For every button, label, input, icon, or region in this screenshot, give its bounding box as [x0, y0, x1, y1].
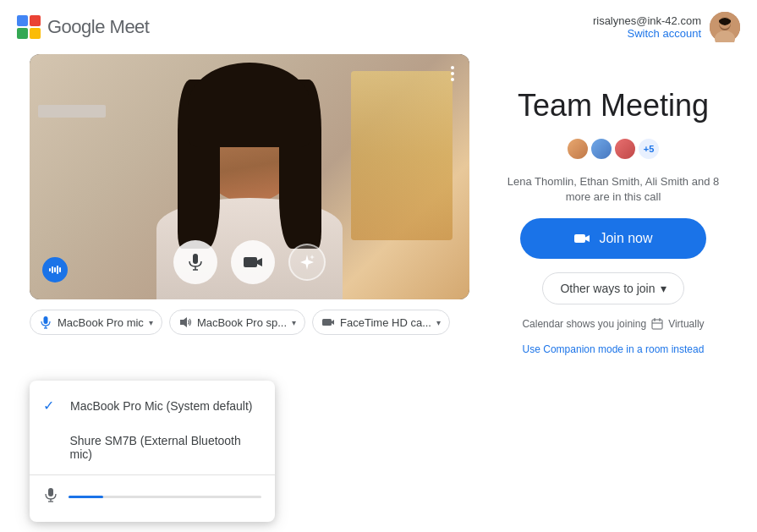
svg-rect-17: [44, 316, 48, 324]
account-area: risalynes@ink-42.com Switch account: [593, 12, 740, 42]
mic-level-icon: [43, 487, 58, 507]
sparkle-icon: [299, 254, 315, 271]
device-toolbar: MacBook Pro mic ▾ MacBook Pro sp... ▾ Fa…: [30, 310, 469, 335]
sound-wave-indicator: [42, 257, 68, 282]
google-logo-icon: [17, 15, 41, 39]
svg-rect-11: [57, 266, 58, 274]
camera-toggle-button[interactable]: [231, 240, 275, 284]
camera-icon: [243, 253, 263, 271]
other-ways-chevron-icon: ▾: [661, 282, 666, 295]
svg-rect-21: [322, 319, 332, 326]
microphone-device-button[interactable]: MacBook Pro mic ▾: [30, 310, 162, 335]
calendar-icon: [651, 318, 663, 330]
video-controls: [173, 240, 326, 284]
participant-count-badge: +5: [637, 137, 661, 161]
calendar-info: Calendar shows you joining Virtually: [522, 318, 704, 330]
svg-rect-12: [59, 267, 61, 272]
dot3: [451, 78, 454, 81]
hair-decoration: [189, 63, 311, 147]
svg-marker-20: [180, 317, 187, 327]
dropdown-item-1[interactable]: Shure SM7B (External Bluetooth mic): [30, 424, 275, 471]
right-panel: Team Meeting +5 Lena Thomlin, Ethan Smit…: [503, 54, 723, 355]
svg-rect-3: [30, 28, 41, 39]
svg-rect-27: [48, 488, 53, 496]
more-options-button[interactable]: [447, 63, 458, 85]
participants-avatars: +5: [566, 137, 661, 161]
dot1: [451, 66, 454, 69]
camera-device-button[interactable]: FaceTime HD ca... ▾: [312, 310, 450, 335]
dropdown-item-label-1: Shure SM7B (External Bluetooth mic): [69, 434, 261, 461]
dot2: [451, 72, 454, 75]
camera-device-label: FaceTime HD ca...: [340, 316, 431, 329]
mic-chevron-icon: ▾: [149, 318, 153, 327]
svg-rect-8: [49, 268, 51, 271]
logo-area: Google Meet: [17, 15, 149, 39]
svg-rect-16: [244, 257, 257, 267]
speaker-icon: [178, 315, 192, 329]
mic-level-row: [30, 479, 275, 515]
svg-rect-2: [17, 28, 28, 39]
mic-small-icon: [39, 315, 52, 329]
switch-account-link[interactable]: Switch account: [593, 27, 701, 40]
video-call-icon: [573, 230, 590, 247]
svg-rect-1: [30, 15, 41, 26]
camera-chevron-icon: ▾: [436, 318, 441, 327]
companion-mode-link[interactable]: Use Companion mode in a room instead: [523, 343, 705, 355]
dropdown-divider: [30, 474, 275, 475]
speakers-chevron-icon: ▾: [292, 318, 296, 327]
sound-wave-icon: [48, 263, 62, 277]
video-preview: [30, 54, 469, 299]
participant-avatar-3: [613, 137, 637, 161]
calendar-text: Calendar shows you joining: [522, 318, 646, 330]
other-ways-label: Other ways to join: [560, 282, 655, 295]
account-email: risalynes@ink-42.com: [593, 14, 701, 27]
microphone-dropdown: ✓ MacBook Pro Mic (System default) Shure…: [30, 381, 275, 522]
video-panel: MacBook Pro mic ▾ MacBook Pro sp... ▾ Fa…: [30, 54, 469, 335]
svg-rect-13: [193, 254, 198, 264]
participant-avatar-1: [566, 137, 590, 161]
join-button-label: Join now: [599, 231, 652, 246]
microphone-toggle-button[interactable]: [173, 240, 217, 284]
mic-level-bar: [69, 496, 261, 498]
speakers-device-button[interactable]: MacBook Pro sp... ▾: [169, 310, 305, 335]
main-content: MacBook Pro mic ▾ MacBook Pro sp... ▾ Fa…: [0, 54, 757, 355]
participant-avatar-2: [590, 137, 613, 161]
app-title: Google Meet: [47, 16, 149, 38]
avatar-image: [710, 12, 740, 42]
virtually-label: Virtually: [668, 318, 704, 330]
participants-text: Lena Thomlin, Ethan Smith, Ali Smith and…: [503, 174, 723, 205]
svg-rect-9: [52, 266, 53, 273]
check-icon-0: ✓: [43, 398, 60, 414]
join-now-button[interactable]: Join now: [520, 218, 706, 259]
dropdown-item-0[interactable]: ✓ MacBook Pro Mic (System default): [30, 387, 275, 424]
microphone-level-icon: [43, 487, 58, 502]
bg-shelf-decoration: [38, 105, 106, 118]
speakers-device-label: MacBook Pro sp...: [197, 316, 287, 329]
svg-rect-0: [17, 15, 28, 26]
meeting-title: Team Meeting: [518, 88, 709, 123]
header: Google Meet risalynes@ink-42.com Switch …: [0, 0, 757, 54]
svg-rect-10: [54, 267, 56, 272]
microphone-icon: [186, 253, 205, 271]
user-avatar[interactable]: [710, 12, 740, 42]
camera-small-icon: [321, 315, 335, 329]
mic-level-fill: [69, 496, 103, 498]
svg-rect-23: [652, 320, 662, 329]
svg-rect-22: [574, 234, 585, 243]
effects-button[interactable]: [288, 244, 326, 281]
dropdown-item-label-0: MacBook Pro Mic (System default): [70, 399, 253, 413]
other-ways-button[interactable]: Other ways to join ▾: [542, 272, 683, 304]
account-info: risalynes@ink-42.com Switch account: [593, 14, 701, 40]
mic-device-label: MacBook Pro mic: [58, 316, 144, 329]
